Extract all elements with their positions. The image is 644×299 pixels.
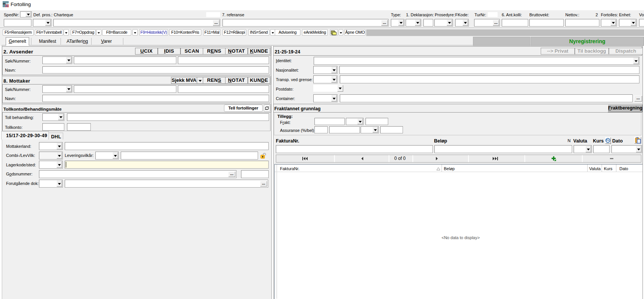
svg-text:ma: ma	[6, 2, 9, 5]
